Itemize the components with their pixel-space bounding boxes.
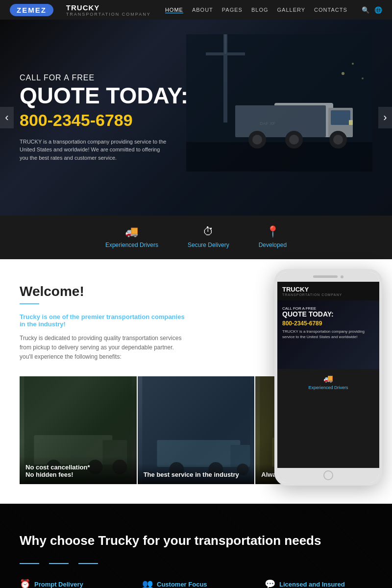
nav-home[interactable]: HOME [165,7,183,13]
brand: ZEMEZ TRUCKY TRANSPORTATION COMPANY [10,3,151,17]
welcome-highlight: Trucky is one of the premier transportat… [20,313,186,328]
mobile-hero: CALL FOR A FREE QUOTE TODAY: 800-2345-67… [277,300,379,369]
why-divider-1 [20,563,39,564]
svg-point-13 [252,135,262,145]
welcome-left: Welcome! Trucky is one of the premier tr… [20,284,206,362]
hero-section: DAF XF CALL FOR A FREE QUOTE TODAY: 800-… [0,20,392,216]
svg-point-15 [289,135,299,145]
svg-point-2 [342,72,344,75]
feature-drivers: 🚚 Experienced Drivers [105,225,158,249]
features-bar: 🚚 Experienced Drivers ⏱ Secure Delivery … [0,216,392,259]
mobile-brand-sub: TRANSPORTATION COMPANY [282,293,374,296]
why-item-customer-header: 👥 Customer Focus [142,579,250,588]
logo-text: ZEMEZ [17,6,47,14]
hero-prev-button[interactable]: ‹ [0,107,14,128]
feature-delivery-label: Secure Delivery [188,241,229,249]
mobile-bottom-bar [277,468,379,483]
hero-description: TRUCKY is a transportation company provi… [20,138,167,162]
why-item-licensed: 💬 Licensed and Insured Trucky's drivers … [265,579,372,588]
feature-delivery: ⏱ Secure Delivery [188,225,229,249]
svg-rect-10 [331,110,350,125]
mobile-features: 🚚 Experienced Drivers [277,369,379,395]
main-content: TRUCKY TRANSPORTATION COMPANY CALL FOR A… [0,259,392,485]
hero-truck-illustration: DAF XF [186,34,372,172]
nav-actions: 🔍 🌐 [362,6,382,14]
navigation: ZEMEZ TRUCKY TRANSPORTATION COMPANY HOME… [0,0,392,20]
language-icon[interactable]: 🌐 [374,6,382,14]
mobile-hero-title: QUOTE TODAY: [282,311,374,318]
hero-content: CALL FOR A FREE QUOTE TODAY: 800-2345-67… [0,74,208,162]
welcome-divider [20,303,39,304]
mobile-brand-name: TRUCKY [282,286,374,293]
feature-developed: 📍 Developed [259,225,287,249]
hero-title: QUOTE TODAY: [20,84,188,107]
mobile-camera [341,275,343,278]
nav-about[interactable]: ABOUT [192,7,213,13]
svg-rect-27 [157,440,240,467]
brand-info: TRUCKY TRANSPORTATION COMPANY [66,3,151,17]
hero-phone: 800-2345-6789 [20,111,188,130]
why-item-prompt-header: ⏰ Prompt Delivery [20,579,127,588]
brand-name: TRUCKY [66,3,151,12]
mobile-mockup: TRUCKY TRANSPORTATION COMPANY CALL FOR A… [274,269,382,486]
why-item-licensed-title: Licensed and Insured [279,581,345,588]
clock-delivery-icon: ⏰ [20,579,30,588]
pin-icon: 📍 [266,225,279,238]
nav-blog[interactable]: BLOG [251,7,269,13]
truck-icon: 🚚 [125,225,138,238]
gallery-card-2: The best service in the industry [138,376,255,484]
svg-point-3 [352,63,354,65]
svg-point-4 [362,77,364,79]
why-item-prompt: ⏰ Prompt Delivery Trucky has an excellen… [20,579,127,588]
people-icon: 👥 [142,579,153,588]
svg-point-17 [333,135,343,145]
svg-rect-18 [349,120,353,125]
why-item-customer-title: Customer Focus [157,581,207,588]
mobile-hero-phone: 800-2345-6789 [282,320,374,327]
nav-contacts[interactable]: CONTACTS [314,7,347,13]
mobile-speaker [313,275,338,278]
clock-icon: ⏱ [203,225,214,238]
welcome-title: Welcome! [20,284,186,299]
why-section: Why choose Trucky for your transportatio… [0,504,392,588]
hero-next-button[interactable]: › [378,107,392,128]
why-title: Why choose Trucky for your transportatio… [20,533,372,548]
mobile-feature-label: Experienced Drivers [308,385,348,390]
mobile-top-bar [277,272,379,282]
svg-rect-1 [186,142,372,172]
svg-text:DAF    XF: DAF XF [260,121,276,126]
chat-icon: 💬 [265,579,275,588]
search-icon[interactable]: 🔍 [362,6,369,14]
why-item-customer: 👥 Customer Focus Trucky's courteous cust… [142,579,250,588]
nav-pages[interactable]: PAGES [222,7,243,13]
welcome-text: Trucky is dedicated to providing quality… [20,334,186,362]
mobile-hero-desc: TRUCKY is a transportation company provi… [282,329,374,340]
svg-rect-11 [235,105,326,137]
why-divider-3 [78,563,98,564]
feature-drivers-label: Experienced Drivers [105,241,158,249]
logo-badge: ZEMEZ [10,4,53,16]
why-grid: ⏰ Prompt Delivery Trucky has an excellen… [20,579,372,588]
why-item-licensed-header: 💬 Licensed and Insured [265,579,372,588]
gallery-card-2-label: The best service in the industry [144,471,249,478]
mobile-truck-icon: 🚚 [323,374,333,383]
mobile-home-button [323,470,333,480]
gallery-card-1: No cost cancellation*No hidden fees! [20,376,137,484]
nav-links: HOME ABOUT PAGES BLOG GALLERY CONTACTS [165,7,347,13]
gallery-card-1-overlay: No cost cancellation*No hidden fees! [20,456,137,484]
brand-sub: TRANSPORTATION COMPANY [66,12,151,17]
hero-call-text: CALL FOR A FREE [20,74,188,82]
why-dividers [20,563,372,564]
feature-developed-label: Developed [259,241,287,249]
nav-gallery[interactable]: GALLERY [277,7,306,13]
why-divider-2 [49,563,69,564]
gallery-card-2-overlay: The best service in the industry [138,464,255,484]
mobile-nav: TRUCKY TRANSPORTATION COMPANY [277,282,379,300]
mobile-screen: TRUCKY TRANSPORTATION COMPANY CALL FOR A… [277,282,379,468]
why-item-prompt-title: Prompt Delivery [34,581,83,588]
gallery-card-1-label: No cost cancellation*No hidden fees! [25,464,131,478]
